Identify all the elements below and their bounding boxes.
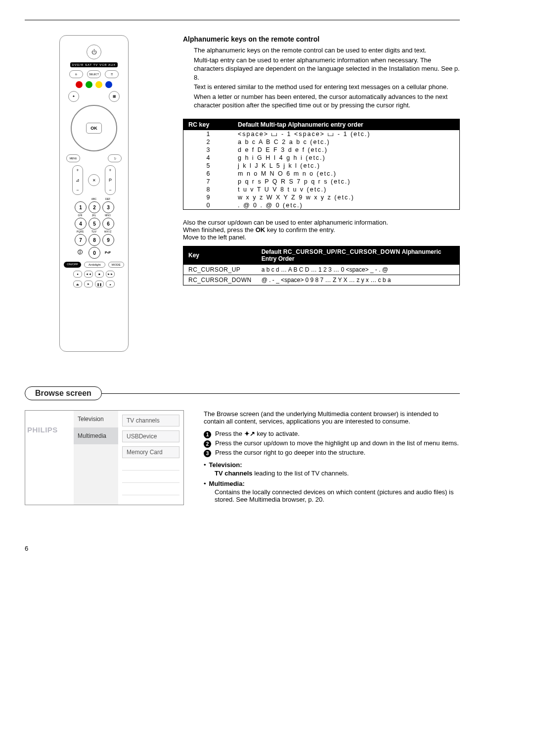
rc-head-order: Default Multi-tap Alphanumeric entry ord… — [233, 119, 460, 130]
key-2: 2 — [89, 201, 100, 213]
browse-step-2: 2 Press the cursor up/down to move the h… — [204, 439, 460, 448]
fwd-icon: ►► — [106, 271, 115, 278]
rc-row: 6m n o M N O 6 m n o (etc.) — [183, 170, 460, 178]
ok-button: OK — [86, 123, 102, 134]
green-key — [86, 81, 92, 88]
rc-row: 5j k l J K L 5 j k l (etc.) — [183, 162, 460, 170]
cursor-row: RC_CURSOR_DOWN@ . - _ <space> 0 9 8 7 … … — [183, 275, 460, 285]
browse-left-multimedia: Multimedia — [74, 427, 118, 444]
rewind-icon: ◄◄ — [84, 271, 93, 278]
key-3: 3 — [102, 201, 114, 213]
select-button: SELECT — [87, 70, 101, 78]
key-4: 4 — [75, 218, 87, 230]
source-button: ⧉ — [69, 70, 83, 78]
next-icon: ▸ — [106, 281, 115, 287]
step-num-1: 1 — [204, 431, 211, 438]
rc-row: 9w x y z W X Y Z 9 w x y z (etc.) — [183, 193, 460, 201]
browse-left-television: Television — [74, 411, 118, 427]
key-7: 7 — [75, 234, 87, 246]
cursor-table: Key Default RC_CURSOR_UP/RC_CURSOR_DOWN … — [183, 246, 460, 285]
browse-step-3: 3 Press the cursor right to go deeper in… — [204, 449, 460, 457]
rc-multitap-table: RC key Default Multi-tap Alphanumeric en… — [183, 119, 460, 210]
alpha-p3: Text is entered similar to the method us… — [194, 83, 460, 92]
step-num-3: 3 — [204, 450, 211, 457]
browse-bullet-mm: •Multimedia: — [204, 480, 460, 487]
cursor-row: RC_CURSOR_UPa b c d … A B C D … 1 2 3 … … — [183, 264, 460, 275]
rc-row: 3d e f D E F 3 d e f (etc.) — [183, 146, 460, 154]
power-icon: ⏻ — [87, 45, 101, 59]
key-9: 9 — [102, 234, 114, 246]
rc-row: 1<space> ⌴ - 1 <space> ⌴ - 1 (etc.) — [183, 130, 460, 138]
browse-screen-diagram: PHILIPS Television Multimedia TV channel… — [25, 410, 184, 505]
record-icon: ● — [73, 271, 82, 278]
guide-icon: ▦ — [109, 91, 120, 102]
teletext-button: ☰ — [105, 70, 119, 78]
browse-heading: Browse screen — [25, 386, 102, 400]
browse-right-usbdevice: USBDevice — [122, 430, 179, 442]
browse-key-icon: ✦↗ — [244, 430, 255, 437]
key-6: 6 — [102, 218, 114, 230]
key-5: 5 — [89, 218, 100, 230]
rc-row: 4g h i G H I 4 g h i (etc.) — [183, 154, 460, 162]
nav-wheel: OK — [71, 105, 117, 151]
mid-p1: Also the cursor up/down can be used to e… — [183, 219, 460, 226]
browse-step-1: 1 Press the ✦↗ key to activate. — [204, 430, 460, 438]
stop-icon: ■ — [95, 271, 104, 278]
alpha-p4: When a letter or number has been entered… — [194, 93, 460, 110]
browse-icon: ✦ — [68, 91, 79, 102]
alpha-section-title: Alphanumeric keys on the remote control — [183, 35, 460, 43]
browse-right-tvchannels: TV channels — [122, 415, 179, 426]
browse-intro: The Browse screen (and the underlying Mu… — [204, 410, 460, 425]
ambilight-button: Ambilight — [84, 262, 105, 268]
mid-p2: When finished, press the OK key to confi… — [183, 226, 460, 234]
browse-bullet-tv: •Television: — [204, 461, 460, 469]
blue-key — [105, 81, 112, 88]
mode-button: MODE — [108, 262, 124, 268]
rc-row: 0. @ 0 . @ 0 (etc.) — [183, 201, 460, 210]
info-button: ⓘ — [75, 247, 86, 258]
philips-logo: PHILIPS — [27, 425, 58, 434]
yellow-key — [95, 81, 102, 88]
eject-icon: ⏏ — [73, 281, 82, 287]
menu-button: MENU — [66, 154, 80, 162]
browse-tv-body: TV channels leading to the list of TV ch… — [215, 470, 460, 477]
alpha-p1: The alphanumeric keys on the remote cont… — [194, 46, 460, 55]
key-0: 0 — [89, 247, 100, 259]
cursor-head-order: Default RC_CURSOR_UP/RC_CURSOR_DOWN Alph… — [257, 246, 460, 264]
key-8: 8 — [89, 234, 100, 246]
exit-button: ⮌ — [108, 154, 122, 162]
page-number: 6 — [25, 545, 460, 552]
rc-row: 2a b c A B C 2 a b c (etc.) — [183, 138, 460, 146]
remote-control-diagram: ⏻ DVD/R SAT TV VCR AUX ⧉ SELECT ☰ ✦ ▦ — [59, 35, 129, 352]
volume-rocker: +⊿− — [72, 165, 83, 195]
mode-bar: DVD/R SAT TV VCR AUX — [70, 62, 118, 67]
onoff-button: ON/OFF — [64, 262, 81, 268]
rc-row: 8t u v T U V 8 t u v (etc.) — [183, 186, 460, 193]
step-num-2: 2 — [204, 440, 211, 448]
browse-mm-body: Contains the locally connected devices o… — [215, 488, 460, 503]
rc-head-key: RC key — [183, 119, 233, 130]
mid-p3: Move to the left panel. — [183, 234, 460, 241]
alpha-p2: Multi-tap entry can be used to enter alp… — [194, 56, 460, 82]
mute-icon: ✕ — [88, 174, 100, 186]
pause-icon: ❚❚ — [95, 281, 104, 287]
red-key — [76, 81, 83, 88]
cursor-head-key: Key — [183, 246, 257, 264]
play-icon: ► — [84, 281, 93, 287]
browse-right-memorycard: Memory Card — [122, 446, 179, 458]
key-1: 1 — [75, 201, 87, 213]
pip-button: P•P — [102, 247, 113, 258]
program-rocker: +P− — [105, 165, 116, 195]
rc-row: 7p q r s P Q R S 7 p q r s (etc.) — [183, 178, 460, 186]
